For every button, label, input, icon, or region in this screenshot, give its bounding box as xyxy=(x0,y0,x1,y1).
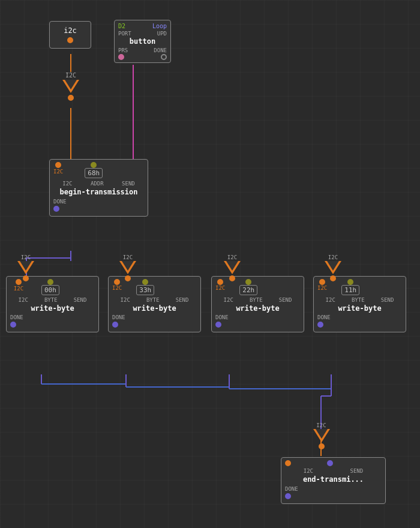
wb3-arrow-triangle xyxy=(224,261,241,274)
end-i2c-label: I2C xyxy=(304,468,313,474)
wb2-byte-in[interactable] xyxy=(142,279,148,285)
port-label: PORT xyxy=(118,31,131,37)
write-byte-1[interactable]: I2C 00h I2C BYTE SEND write-byte DONE xyxy=(6,276,99,332)
write-byte-3[interactable]: I2C 22h I2C BYTE SEND write-byte DONE xyxy=(211,276,304,332)
wb4-send-label: SEND xyxy=(381,297,394,303)
end-i2c-in[interactable] xyxy=(285,460,291,466)
wb1-byte-value: 00h xyxy=(41,285,59,295)
wb1-title: write-byte xyxy=(10,304,95,313)
done-label: DONE xyxy=(154,47,167,53)
end-transmission-node[interactable]: I2C SEND end-transmi... DONE xyxy=(281,457,386,504)
wb3-send-label: SEND xyxy=(279,297,292,303)
end-trans-arrow-out[interactable] xyxy=(319,443,325,449)
wb3-byte-value: 22h xyxy=(239,285,257,295)
wb3-title: write-byte xyxy=(215,304,300,313)
wb2-i2c-label: I2C xyxy=(121,297,130,303)
end-send-in[interactable] xyxy=(327,460,333,466)
wb3-arrow-out[interactable] xyxy=(229,275,235,281)
end-send-label: SEND xyxy=(350,468,364,474)
end-trans-i2c-converter[interactable]: I2C xyxy=(305,420,338,449)
wb3-byte-label: BYTE xyxy=(250,297,263,303)
i2c-node[interactable]: i2c xyxy=(49,21,91,49)
prs-label: PRS xyxy=(118,47,128,53)
wb2-title: write-byte xyxy=(112,304,197,313)
begin-trans-title: begin-transmission xyxy=(53,188,144,196)
button-title: button xyxy=(118,37,167,46)
begin-addr-label: ADDR xyxy=(91,181,104,187)
wb1-send-label: SEND xyxy=(74,297,87,303)
i2c-label: i2c xyxy=(64,26,77,35)
begin-done-port[interactable] xyxy=(53,206,59,212)
wb4-title: write-byte xyxy=(317,304,402,313)
begin-i2c-label: I2C xyxy=(62,181,72,187)
wb2-byte-label: BYTE xyxy=(146,297,160,303)
button-node[interactable]: D2 Loop PORT UPD button PRS DONE xyxy=(114,20,171,63)
upd-label: UPD xyxy=(157,31,167,37)
wb1-arrow-out[interactable] xyxy=(23,275,29,281)
wb4-done-port[interactable] xyxy=(317,322,323,328)
done-port[interactable] xyxy=(161,54,167,60)
begin-send-label: SEND xyxy=(122,181,135,187)
wb2-done-port[interactable] xyxy=(112,322,118,328)
i2c-arrow1-out[interactable] xyxy=(68,95,74,101)
wb2-byte-value: 33h xyxy=(136,285,154,295)
wb2-i2c-converter[interactable]: I2C xyxy=(113,252,143,281)
i2c-converter-1[interactable]: I2C xyxy=(53,72,89,101)
wb4-byte-in[interactable] xyxy=(347,279,353,285)
i2c-out-port[interactable] xyxy=(67,37,73,43)
end-trans-arrow-triangle xyxy=(313,429,330,442)
wb2-arrow-triangle xyxy=(119,261,136,274)
wb1-arrow-triangle xyxy=(17,261,34,274)
write-byte-4[interactable]: I2C 11h I2C BYTE SEND write-byte DONE xyxy=(313,276,406,332)
wb2-arrow-out[interactable] xyxy=(125,275,131,281)
wb4-arrow-out[interactable] xyxy=(330,275,336,281)
wb4-byte-label: BYTE xyxy=(352,297,365,303)
canvas: i2c D2 Loop PORT UPD button PRS DONE I2C xyxy=(0,0,420,528)
end-done-port[interactable] xyxy=(285,493,291,499)
addr-value: 68h xyxy=(85,168,103,178)
loop-badge: Loop xyxy=(152,23,167,29)
wb3-i2c-converter[interactable]: I2C xyxy=(217,252,247,281)
wb1-byte-label: BYTE xyxy=(44,297,58,303)
wb3-i2c-label: I2C xyxy=(224,297,233,303)
wb4-arrow-triangle xyxy=(325,261,341,274)
wb1-done-port[interactable] xyxy=(10,322,16,328)
begin-addr-in[interactable] xyxy=(91,162,97,168)
wb4-i2c-label: I2C xyxy=(326,297,335,303)
wb2-send-label: SEND xyxy=(176,297,189,303)
wb1-byte-in[interactable] xyxy=(47,279,53,285)
i2c-arrow1-triangle xyxy=(62,80,79,93)
wb1-i2c-label: I2C xyxy=(19,297,28,303)
write-byte-2[interactable]: I2C 33h I2C BYTE SEND write-byte DONE xyxy=(108,276,201,332)
begin-i2c-in[interactable] xyxy=(55,162,61,168)
prs-port[interactable] xyxy=(118,54,124,60)
begin-done-label: DONE xyxy=(53,199,67,205)
wb4-byte-value: 11h xyxy=(341,285,359,295)
wb4-i2c-converter[interactable]: I2C xyxy=(318,252,348,281)
begin-transmission-node[interactable]: I2C 68h I2C ADDR SEND begin-transmission… xyxy=(49,159,148,217)
end-trans-title: end-transmi... xyxy=(285,475,382,484)
d2-badge: D2 xyxy=(118,23,125,29)
wb1-i2c-converter[interactable]: I2C xyxy=(11,252,41,281)
i2c-arrow1-label: I2C xyxy=(65,72,76,79)
wb3-done-port[interactable] xyxy=(215,322,221,328)
